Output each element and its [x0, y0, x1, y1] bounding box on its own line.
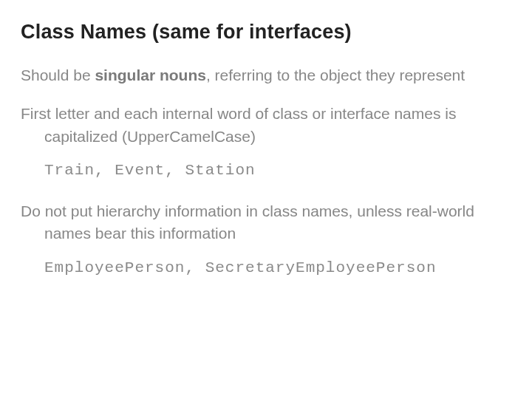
point-capitalization: First letter and each internal word of c… — [21, 103, 511, 148]
text-fragment: , referring to the object they represent — [206, 66, 465, 83]
code-example-good: Train, Event, Station — [44, 160, 511, 182]
point-hierarchy: Do not put hierarchy information in clas… — [21, 200, 511, 245]
slide-title: Class Names (same for interfaces) — [21, 21, 511, 44]
slide: Class Names (same for interfaces) Should… — [0, 0, 532, 399]
point-singular-nouns: Should be singular nouns, referring to t… — [21, 64, 511, 86]
slide-body: Should be singular nouns, referring to t… — [21, 64, 511, 279]
emphasis-singular-nouns: singular nouns — [95, 66, 206, 83]
code-example-bad: EmployeePerson, SecretaryEmployeePerson — [44, 257, 511, 279]
text-fragment: Should be — [21, 66, 95, 83]
